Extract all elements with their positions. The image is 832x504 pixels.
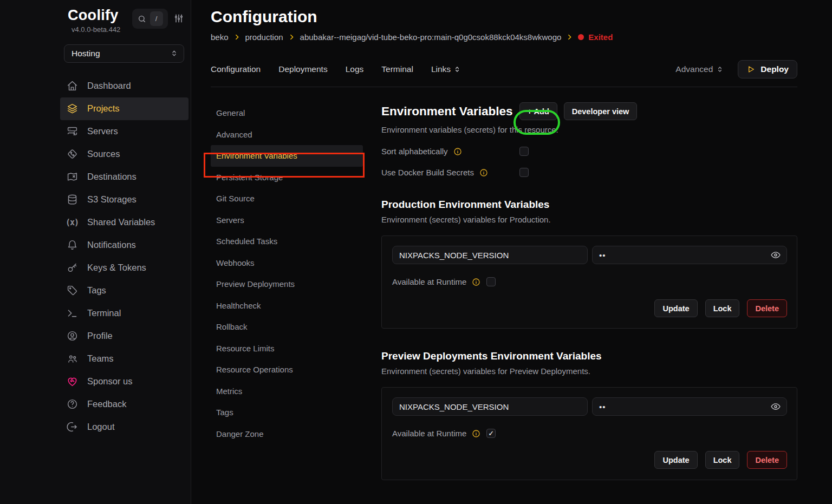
chevron-right-icon <box>233 34 240 41</box>
search-button[interactable]: / <box>132 9 168 29</box>
subnav-item-healthcheck[interactable]: Healthcheck <box>211 295 365 317</box>
available-at-runtime-checkbox[interactable] <box>486 277 496 286</box>
sidebar-item-label: Feedback <box>87 399 126 409</box>
breadcrumb-team[interactable]: beko <box>211 32 229 42</box>
sidebar-item-sponsor-us[interactable]: Sponsor us <box>60 370 188 393</box>
app-logo: Coolify <box>68 8 120 24</box>
sidebar-item-projects[interactable]: Projects <box>60 97 188 120</box>
sidebar-item-destinations[interactable]: Destinations <box>60 166 188 188</box>
update-button[interactable]: Update <box>654 299 697 317</box>
sidebar-item-tags[interactable]: Tags <box>60 279 188 302</box>
sidebar-item-teams[interactable]: Teams <box>60 348 188 370</box>
advanced-select[interactable]: Advanced <box>675 64 724 74</box>
sidebar-item-feedback[interactable]: Feedback <box>60 393 188 416</box>
env-title: Environment Variables <box>381 104 513 119</box>
subnav-item-scheduled-tasks[interactable]: Scheduled Tasks <box>211 231 365 252</box>
info-icon[interactable] <box>479 168 488 177</box>
logout-icon <box>66 421 78 433</box>
subnav-item-danger-zone[interactable]: Danger Zone <box>211 423 365 445</box>
chevron-updown-icon <box>716 66 724 73</box>
subnav-item-tags[interactable]: Tags <box>211 402 365 423</box>
tabs-right-controls: Advanced Deploy <box>675 60 797 78</box>
sidebar-item-servers[interactable]: Servers <box>60 120 188 143</box>
heart-handshake-icon <box>66 376 78 387</box>
team-select[interactable]: Hosting <box>64 44 184 63</box>
subnav-item-general[interactable]: General <box>211 102 365 124</box>
deploy-button-label: Deploy <box>760 64 789 74</box>
tab-terminal[interactable]: Terminal <box>381 64 413 74</box>
lock-button[interactable]: Lock <box>705 451 740 469</box>
slash-shortcut-key: / <box>150 11 163 26</box>
deploy-button[interactable]: Deploy <box>738 60 797 78</box>
lock-button[interactable]: Lock <box>705 299 740 317</box>
update-button[interactable]: Update <box>654 451 697 469</box>
subnav-item-servers[interactable]: Servers <box>211 210 365 231</box>
sidebar-item-logout[interactable]: Logout <box>60 416 188 438</box>
info-icon[interactable] <box>472 278 480 286</box>
subnav-item-resource-operations[interactable]: Resource Operations <box>211 359 365 381</box>
tab-configuration[interactable]: Configuration <box>211 64 261 74</box>
production-section-subtitle: Environment (secrets) variables for Prod… <box>381 215 797 224</box>
tab-deployments[interactable]: Deployments <box>278 64 327 74</box>
variable-value-input[interactable] <box>592 397 787 416</box>
sidebar-item-s3-storages[interactable]: S3 Storages <box>60 188 188 211</box>
sidebar-item-sources[interactable]: Sources <box>60 143 188 166</box>
subnav-item-webhooks[interactable]: Webhooks <box>211 252 365 274</box>
breadcrumb: beko production abubakar--meigag/vid-tub… <box>211 32 797 42</box>
add-variable-button[interactable]: + Add <box>519 102 557 120</box>
subnav-item-persistent-storage[interactable]: Persistent Storage <box>211 167 365 188</box>
settings-sliders-icon[interactable] <box>173 13 184 24</box>
variable-value-input[interactable] <box>592 246 787 264</box>
subnav-item-preview-deployments[interactable]: Preview Deployments <box>211 273 365 295</box>
sidebar-item-shared-variables[interactable]: (x) Shared Variables <box>60 211 188 234</box>
environment-variables-panel: Environment Variables + Add Developer vi… <box>365 102 797 504</box>
available-at-runtime-row: Available at Runtime <box>392 277 787 286</box>
subnav-item-rollback[interactable]: Rollback <box>211 316 365 338</box>
sidebar-item-keys-tokens[interactable]: Keys & Tokens <box>60 257 188 279</box>
subnav-item-advanced[interactable]: Advanced <box>211 124 365 146</box>
delete-button[interactable]: Delete <box>747 299 787 317</box>
sidebar-item-label: Profile <box>87 331 113 341</box>
eye-icon[interactable] <box>770 401 781 412</box>
sidebar-item-profile[interactable]: Profile <box>60 325 188 348</box>
sidebar-item-dashboard[interactable]: Dashboard <box>60 75 188 97</box>
breadcrumb-resource[interactable]: abubakar--meigag/vid-tube-beko-pro:main-… <box>300 32 562 42</box>
subnav-item-resource-limits[interactable]: Resource Limits <box>211 338 365 359</box>
help-circle-icon <box>66 398 78 410</box>
subnav-item-metrics[interactable]: Metrics <box>211 381 365 402</box>
sort-alphabetically-label: Sort alphabetically <box>381 147 448 156</box>
sidebar-item-notifications[interactable]: Notifications <box>60 234 188 257</box>
available-at-runtime-checkbox[interactable] <box>486 429 496 438</box>
production-variable-card: Available at Runtime Update Lock Delete <box>381 235 797 329</box>
page-title: Configuration <box>211 8 797 26</box>
preview-section-subtitle: Environment (secrets) variables for Prev… <box>381 366 797 376</box>
tab-links[interactable]: Links <box>431 64 461 74</box>
subnav-item-environment-variables[interactable]: Environment Variables <box>211 145 363 167</box>
production-section-title: Production Environment Variables <box>381 199 797 211</box>
variable-name-input[interactable] <box>392 397 588 416</box>
subnav-item-git-source[interactable]: Git Source <box>211 188 365 210</box>
status-dot-icon <box>578 34 584 40</box>
eye-icon[interactable] <box>770 250 781 260</box>
breadcrumb-environment[interactable]: production <box>245 32 283 42</box>
sidebar-item-terminal[interactable]: Terminal <box>60 302 188 325</box>
info-icon[interactable] <box>472 429 480 438</box>
main-area: Configuration beko production abubakar--… <box>191 0 832 504</box>
available-at-runtime-label: Available at Runtime <box>392 429 466 438</box>
sidebar-item-label: Terminal <box>87 308 121 318</box>
developer-view-button[interactable]: Developer view <box>564 102 638 120</box>
map-icon <box>66 171 78 182</box>
status-badge: Exited <box>578 32 613 42</box>
variable-name-input[interactable] <box>392 246 588 264</box>
sidebar-item-label: Logout <box>87 422 114 432</box>
sidebar-header: Coolify v4.0.0-beta.442 / <box>64 8 184 34</box>
tab-logs[interactable]: Logs <box>346 64 364 74</box>
sort-alphabetically-checkbox[interactable] <box>519 147 529 156</box>
info-icon[interactable] <box>453 147 462 156</box>
docker-build-secrets-checkbox[interactable] <box>519 168 529 177</box>
docker-build-secrets-row: Use Docker Build Secrets <box>381 168 797 177</box>
status-text: Exited <box>588 32 613 42</box>
env-header: Environment Variables + Add Developer vi… <box>381 102 797 120</box>
delete-button[interactable]: Delete <box>747 451 787 469</box>
home-icon <box>66 80 78 91</box>
